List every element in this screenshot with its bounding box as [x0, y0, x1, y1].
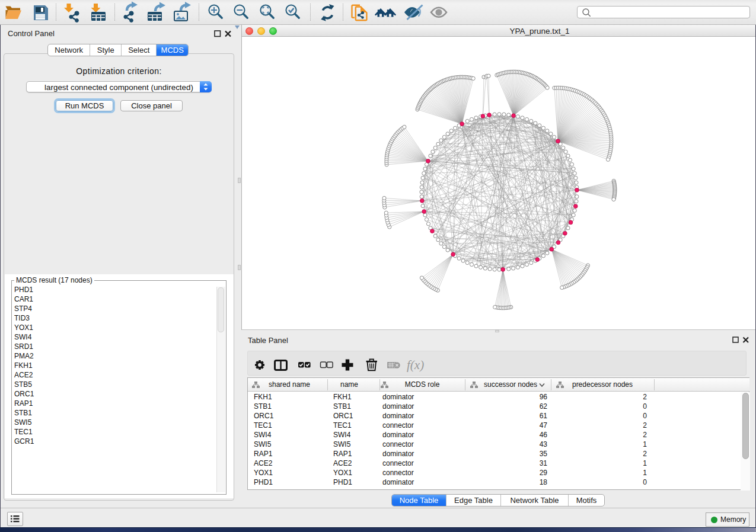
svg-text:f(x): f(x) [407, 358, 424, 372]
